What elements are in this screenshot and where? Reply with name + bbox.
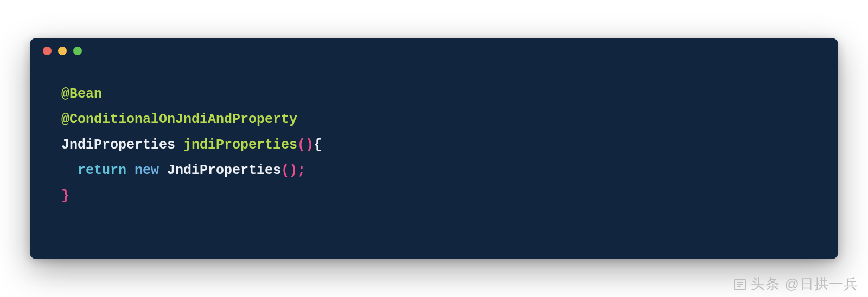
watermark-text: 头条 @日拱一兵 [751,275,858,294]
constructor-parens: () [281,163,297,178]
annotation-conditional: @ConditionalOnJndiAndProperty [61,112,297,127]
minimize-icon[interactable] [58,47,67,55]
window-titlebar [30,38,838,64]
method-name: jndiProperties [183,137,297,153]
brace-open: { [314,137,322,153]
code-window: @Bean @ConditionalOnJndiAndProperty Jndi… [30,38,838,259]
annotation-bean: @Bean [61,86,102,102]
code-space [126,163,135,178]
semicolon: ; [297,163,305,178]
keyword-return: return [78,163,126,178]
code-indent [61,163,78,178]
type-name: JndiProperties [61,137,175,153]
keyword-new: new [135,163,159,178]
code-space [175,137,183,153]
method-parens: () [297,137,314,153]
code-space [159,163,167,178]
maximize-icon[interactable] [73,47,82,55]
toutiao-icon [732,277,748,292]
close-icon[interactable] [43,47,52,55]
type-name: JndiProperties [167,163,281,178]
watermark: 头条 @日拱一兵 [732,275,858,294]
code-content: @Bean @ConditionalOnJndiAndProperty Jndi… [30,64,838,230]
brace-close: } [61,188,69,204]
